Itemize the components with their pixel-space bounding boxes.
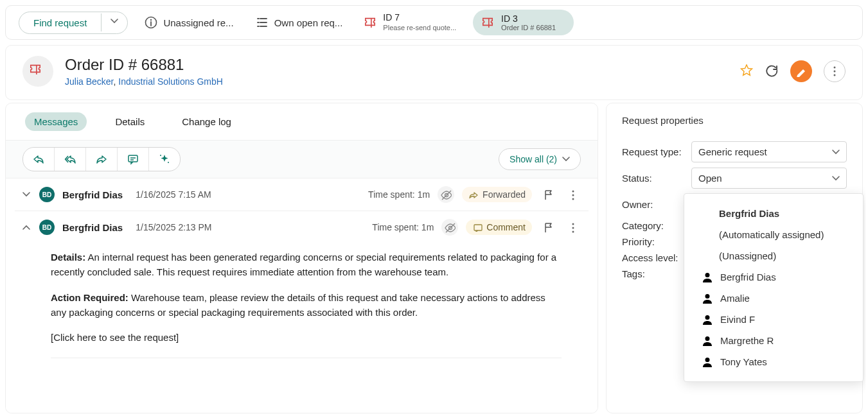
top-toolbar: Find request Unassigned re... Own open r… — [5, 5, 863, 40]
flag-icon — [542, 221, 554, 233]
owner-option-unassigned[interactable]: (Unassigned) — [684, 245, 863, 266]
visibility-toggle[interactable] — [438, 186, 454, 203]
comment-small-icon — [472, 223, 483, 232]
pencil-icon — [795, 65, 807, 77]
messages-toolbar: Show all (2) — [6, 140, 598, 178]
find-request-dropdown-toggle[interactable] — [101, 13, 127, 31]
flag-icon — [542, 189, 554, 200]
tab-id3-title: ID 3 — [501, 13, 556, 24]
eye-off-icon — [440, 189, 452, 200]
flag-button[interactable] — [540, 186, 556, 203]
author-name: Bergfrid Dias — [62, 189, 123, 200]
reply-button[interactable] — [23, 148, 55, 171]
ticket-icon — [482, 16, 495, 29]
edit-button[interactable] — [790, 60, 812, 82]
message-type-badge: Forwarded — [462, 187, 532, 202]
message-item: BD Bergfrid Dias 1/15/2025 2:13 PM Time … — [15, 211, 589, 366]
star-icon — [740, 64, 754, 78]
forward-small-icon — [468, 190, 479, 199]
prop-label-tags: Tags: — [622, 268, 691, 279]
owner-option-current[interactable]: Bergfrid Dias — [684, 203, 863, 224]
chevron-down-icon — [111, 19, 118, 26]
request-subtitle: Julia Becker, Industrial Solutions GmbH — [65, 76, 729, 87]
message-date: 1/16/2025 7:15 AM — [136, 189, 211, 200]
author-avatar: BD — [39, 220, 55, 235]
time-spent-label: Time spent: 1m — [368, 189, 430, 200]
nav-unassigned-requests[interactable]: Unassigned re... — [139, 13, 238, 31]
user-online-icon — [702, 272, 713, 282]
forward-button[interactable] — [86, 148, 118, 171]
owner-option-user[interactable]: Amalie — [684, 288, 863, 309]
owner-option-auto[interactable]: (Automatically assigned) — [684, 224, 863, 245]
nav-own-open-requests[interactable]: Own open req... — [251, 13, 348, 31]
tab-change-log[interactable]: Change log — [173, 112, 240, 131]
forward-icon — [95, 153, 108, 166]
owner-option-user[interactable]: Eivind F — [684, 309, 863, 330]
prop-label-request-type: Request type: — [622, 146, 691, 157]
nav-own-open-label: Own open req... — [274, 17, 343, 28]
contact-link[interactable]: Julia Becker — [65, 76, 113, 87]
message-more-button[interactable] — [564, 219, 581, 236]
message-more-button[interactable] — [564, 186, 581, 203]
company-link[interactable]: Industrial Solutions GmbH — [118, 76, 223, 87]
chevron-down-icon — [562, 157, 570, 162]
refresh-icon — [766, 65, 779, 78]
ai-assist-button[interactable] — [149, 148, 180, 171]
request-type-icon — [22, 56, 53, 87]
owner-option-user[interactable]: Margrethe R — [684, 330, 863, 351]
messages-list: BD Bergfrid Dias 1/16/2025 7:15 AM Time … — [6, 178, 598, 413]
more-actions-button[interactable] — [824, 60, 846, 82]
sparkle-icon — [158, 153, 171, 166]
kebab-icon — [567, 221, 578, 233]
tab-request-id7[interactable]: ID 7 Please re-send quote... — [359, 10, 461, 35]
request-title: Order ID # 66881 — [65, 56, 729, 74]
tab-messages[interactable]: Messages — [25, 112, 87, 131]
owner-option-user[interactable]: Tony Yates — [684, 351, 863, 372]
find-request-button[interactable]: Find request — [19, 12, 101, 33]
tab-details[interactable]: Details — [106, 112, 154, 131]
reply-button-group — [22, 147, 181, 171]
comment-button[interactable] — [118, 148, 149, 171]
ticket-icon — [364, 16, 377, 29]
tab-id3-subtitle: Order ID # 66881 — [501, 24, 556, 31]
prop-label-access: Access level: — [622, 252, 691, 263]
list-icon — [256, 16, 269, 29]
chevron-up-icon — [22, 225, 30, 230]
ticket-icon — [30, 63, 46, 80]
expand-toggle[interactable] — [22, 192, 31, 197]
eye-off-icon — [444, 221, 456, 233]
message-body: Details: An internal request has been ge… — [22, 236, 581, 358]
visibility-toggle[interactable] — [441, 219, 458, 236]
info-icon — [145, 16, 157, 29]
reply-all-icon — [64, 153, 76, 166]
prop-label-category: Category: — [622, 220, 691, 231]
nav-unassigned-label: Unassigned re... — [163, 17, 233, 28]
owner-option-user[interactable]: Bergfrid Dias — [684, 266, 863, 288]
owner-dropdown-menu: Bergfrid Dias (Automatically assigned) (… — [684, 193, 864, 382]
author-name: Bergfrid Dias — [62, 222, 123, 233]
collapse-toggle[interactable] — [22, 225, 31, 230]
messages-panel: Messages Details Change log Show all (2) — [5, 103, 598, 413]
tab-request-id3-active[interactable]: ID 3 Order ID # 66881 — [473, 10, 574, 35]
request-type-value: Generic request — [698, 146, 767, 157]
reply-all-button[interactable] — [55, 148, 86, 171]
request-type-select[interactable]: Generic request — [691, 141, 847, 162]
prop-label-priority: Priority: — [622, 236, 691, 247]
find-request-split-button: Find request — [19, 12, 128, 34]
flag-button[interactable] — [540, 219, 556, 236]
refresh-button[interactable] — [766, 65, 779, 78]
user-icon — [702, 357, 713, 367]
kebab-icon — [828, 65, 841, 78]
tab-id7-subtitle: Please re-send quote... — [383, 24, 456, 33]
content-tabs: Messages Details Change log — [6, 103, 598, 140]
show-all-dropdown[interactable]: Show all (2) — [499, 148, 581, 170]
kebab-icon — [567, 189, 578, 200]
request-header: Order ID # 66881 Julia Becker, Industria… — [5, 45, 863, 100]
chevron-down-icon — [832, 176, 840, 181]
properties-panel: Request properties Request type: Generic… — [606, 103, 863, 413]
reply-icon — [32, 153, 45, 166]
status-select[interactable]: Open — [691, 168, 847, 189]
user-icon — [702, 336, 713, 346]
favorite-button[interactable] — [740, 64, 754, 78]
user-icon — [702, 315, 713, 325]
